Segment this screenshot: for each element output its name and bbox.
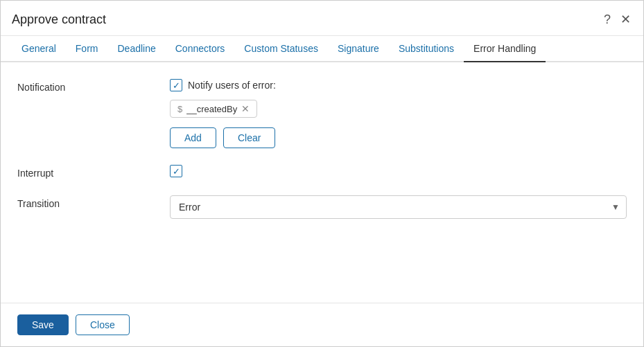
tab-error-handling[interactable]: Error Handling — [464, 36, 546, 62]
checkmark-icon: ✓ — [173, 81, 180, 90]
interrupt-label: Interrupt — [17, 165, 170, 179]
tab-connectors[interactable]: Connectors — [166, 36, 235, 62]
tab-form[interactable]: Form — [66, 36, 108, 62]
header-icons: ? ✕ — [602, 10, 632, 28]
tag-created-by: $ __createdBy ✕ — [170, 100, 257, 118]
tag-row: $ __createdBy ✕ — [170, 100, 627, 118]
transition-select[interactable]: Error — [170, 195, 627, 219]
notification-control: ✓ Notify users of error: $ __createdBy ✕… — [170, 79, 627, 148]
dialog: Approve contract ? ✕ General Form Deadli… — [0, 0, 644, 347]
button-row: Add Clear — [170, 127, 627, 148]
tab-general[interactable]: General — [12, 36, 66, 62]
dollar-icon: $ — [177, 104, 182, 114]
notify-label: Notify users of error: — [188, 80, 276, 91]
tabs: General Form Deadline Connectors Custom … — [1, 36, 643, 62]
transition-label: Transition — [17, 195, 170, 209]
interrupt-row: Interrupt ✓ — [17, 165, 627, 179]
transition-row: Transition Error ▼ — [17, 195, 627, 219]
close-icon: ✕ — [620, 12, 631, 27]
tab-deadline[interactable]: Deadline — [107, 36, 165, 62]
transition-select-wrapper: Error ▼ — [170, 195, 627, 219]
close-button-footer[interactable]: Close — [76, 314, 130, 335]
save-button[interactable]: Save — [17, 314, 69, 335]
add-button[interactable]: Add — [170, 127, 216, 148]
transition-control: Error ▼ — [170, 195, 627, 219]
help-icon: ? — [604, 12, 611, 27]
close-button[interactable]: ✕ — [619, 10, 632, 28]
interrupt-checkmark-icon: ✓ — [173, 167, 180, 176]
dialog-title: Approve contract — [12, 12, 106, 27]
dialog-header: Approve contract ? ✕ — [1, 1, 643, 36]
content: Notification ✓ Notify users of error: $ … — [1, 62, 643, 303]
notify-row: ✓ Notify users of error: — [170, 79, 627, 91]
notify-checkbox[interactable]: ✓ — [170, 79, 182, 91]
help-button[interactable]: ? — [602, 11, 612, 28]
clear-button[interactable]: Clear — [223, 127, 275, 148]
tab-signature[interactable]: Signature — [328, 36, 389, 62]
interrupt-control: ✓ — [170, 165, 627, 177]
tab-substitutions[interactable]: Substitutions — [389, 36, 464, 62]
notification-label: Notification — [17, 79, 170, 93]
tag-remove-button[interactable]: ✕ — [241, 103, 250, 114]
tag-value: __createdBy — [186, 104, 237, 114]
notification-row: Notification ✓ Notify users of error: $ … — [17, 79, 627, 148]
interrupt-checkbox[interactable]: ✓ — [170, 165, 182, 177]
tab-custom-statuses[interactable]: Custom Statuses — [234, 36, 328, 62]
dialog-footer: Save Close — [1, 303, 643, 346]
